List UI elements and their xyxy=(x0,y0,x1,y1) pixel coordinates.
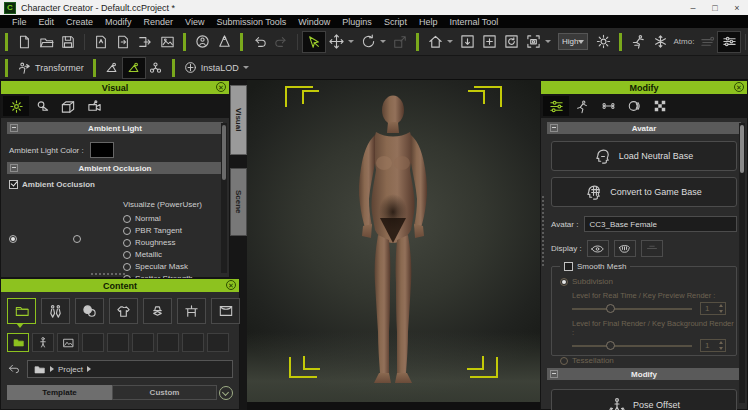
avatar-name-input[interactable] xyxy=(584,216,737,232)
tab-animation[interactable] xyxy=(569,96,595,116)
ambient-light-section-header[interactable]: Ambient Light xyxy=(7,122,223,134)
convert-to-game-base-button[interactable]: Convert to Game Base xyxy=(551,177,737,207)
avatar-section-header[interactable]: Avatar xyxy=(547,122,741,134)
menu-script[interactable]: Script xyxy=(378,17,413,27)
redo-button[interactable] xyxy=(270,32,292,52)
expand-chevron-icon[interactable] xyxy=(219,386,233,400)
realtime-level-spinner[interactable]: 1 xyxy=(700,302,726,315)
modify-panel-close-icon[interactable]: ✕ xyxy=(734,82,744,92)
center-view-button[interactable] xyxy=(478,32,500,52)
ambient-occlusion-checkbox[interactable] xyxy=(9,180,18,189)
menu-plugins[interactable]: Plugins xyxy=(336,17,378,27)
select-tool-button[interactable] xyxy=(303,32,325,52)
collapse-icon[interactable] xyxy=(10,164,18,172)
import-file-button[interactable] xyxy=(90,32,112,52)
save-project-button[interactable] xyxy=(57,32,79,52)
tab-custom[interactable]: Custom xyxy=(112,385,217,400)
menu-render[interactable]: Render xyxy=(138,17,180,27)
menu-file[interactable]: File xyxy=(6,17,33,27)
tab-template[interactable]: Template xyxy=(7,385,112,400)
transformer-button[interactable]: Transformer xyxy=(13,59,88,77)
menu-modify[interactable]: Modify xyxy=(99,17,138,27)
modify-panel-grip[interactable] xyxy=(542,196,544,266)
subcategory-avatar[interactable] xyxy=(32,333,54,352)
radio-metallic[interactable] xyxy=(123,251,131,259)
tab-texture[interactable] xyxy=(647,96,673,116)
minimize-button[interactable]: – xyxy=(682,3,704,13)
smooth-mesh-checkbox[interactable] xyxy=(564,262,573,271)
render-image-button[interactable] xyxy=(156,32,178,52)
menu-window[interactable]: Window xyxy=(292,17,336,27)
tab-morph[interactable] xyxy=(621,96,647,116)
ambient-light-color-swatch[interactable] xyxy=(90,142,114,158)
maximize-button[interactable]: □ xyxy=(704,3,726,13)
radio-normal[interactable] xyxy=(123,215,131,223)
motion-blur-button[interactable] xyxy=(627,32,649,52)
focus-avatar-button[interactable] xyxy=(191,32,213,52)
pose-offset-button[interactable]: Pose Offset xyxy=(551,389,737,410)
a-pose-button[interactable] xyxy=(213,32,235,52)
category-accessory[interactable] xyxy=(143,298,172,324)
side-tab-visual[interactable]: Visual xyxy=(230,85,247,155)
fit-to-view-button[interactable] xyxy=(456,32,478,52)
collapse-icon[interactable] xyxy=(10,124,18,132)
quality-select[interactable]: High xyxy=(558,33,588,50)
send-to-button[interactable] xyxy=(134,32,156,52)
home-view-dropdown[interactable] xyxy=(447,40,453,43)
content-panel-close-icon[interactable]: ✕ xyxy=(226,280,236,290)
subcategory-folder[interactable] xyxy=(7,333,29,352)
camera-frame-dropdown[interactable] xyxy=(545,40,551,43)
modify-scrollbar[interactable] xyxy=(739,123,745,403)
new-project-button[interactable] xyxy=(13,32,35,52)
category-props[interactable] xyxy=(177,298,206,324)
camera-frame-button[interactable] xyxy=(522,32,544,52)
reset-camera-button[interactable] xyxy=(500,32,522,52)
radio-roughness[interactable] xyxy=(123,239,131,247)
move-tool-button[interactable] xyxy=(325,32,347,52)
load-neutral-base-button[interactable]: Load Neutral Base xyxy=(551,141,737,171)
collapse-icon[interactable] xyxy=(550,370,558,378)
visual-settings-toggle[interactable] xyxy=(718,32,740,52)
instalod-dropdown[interactable] xyxy=(243,66,249,69)
undo-button[interactable] xyxy=(248,32,270,52)
visual-panel-header[interactable]: Visual ✕ xyxy=(1,81,229,94)
category-stage[interactable] xyxy=(211,298,240,324)
menu-submission-tools[interactable]: Submission Tools xyxy=(210,17,292,27)
final-level-spinner[interactable]: 1 xyxy=(700,339,726,352)
tab-camera[interactable] xyxy=(81,96,107,116)
back-icon[interactable] xyxy=(7,363,21,375)
tab-bone[interactable] xyxy=(595,96,621,116)
display-teeth-button[interactable] xyxy=(614,240,636,257)
pose-tool-active-button[interactable] xyxy=(123,58,145,78)
realtime-level-slider[interactable] xyxy=(572,304,692,314)
final-level-slider[interactable] xyxy=(572,341,692,351)
breadcrumb[interactable]: Project xyxy=(27,360,233,378)
tab-lighting[interactable] xyxy=(29,96,55,116)
modify-panel-header[interactable]: Modify ✕ xyxy=(541,81,747,94)
menu-edit[interactable]: Edit xyxy=(33,17,61,27)
fog-button[interactable] xyxy=(696,32,718,52)
category-actor[interactable] xyxy=(41,298,70,324)
collapse-icon[interactable] xyxy=(550,124,558,132)
category-project[interactable] xyxy=(7,298,36,324)
menu-internal-tool[interactable]: Internal Tool xyxy=(443,17,504,27)
instalod-button[interactable]: InstaLOD xyxy=(180,59,256,77)
export-file-button[interactable] xyxy=(112,32,134,52)
view-ao-radio[interactable] xyxy=(73,235,81,243)
display-extra-button[interactable] xyxy=(641,240,663,257)
atmosphere-button[interactable] xyxy=(649,32,671,52)
subdivision-radio[interactable] xyxy=(560,278,568,286)
category-material[interactable] xyxy=(75,298,104,324)
open-project-button[interactable] xyxy=(35,32,57,52)
move-tool-dropdown[interactable] xyxy=(348,40,354,43)
menu-create[interactable]: Create xyxy=(60,17,99,27)
visual-panel-resize-grip[interactable] xyxy=(91,273,125,275)
tessellation-radio[interactable] xyxy=(560,357,568,365)
tab-render-settings[interactable] xyxy=(3,96,29,116)
apply-ao-radio[interactable] xyxy=(9,235,17,243)
visual-panel-close-icon[interactable]: ✕ xyxy=(216,82,226,92)
rotate-tool-button[interactable] xyxy=(357,32,379,52)
tab-attributes[interactable] xyxy=(543,96,569,116)
menu-view[interactable]: View xyxy=(179,17,210,27)
radio-specular-mask[interactable] xyxy=(123,263,131,271)
